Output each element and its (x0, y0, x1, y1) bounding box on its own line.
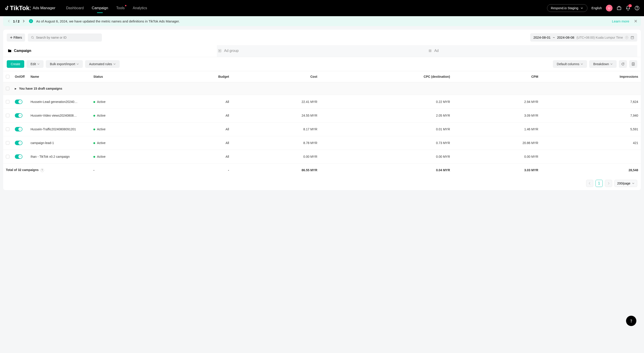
logo: TikTok: Ads Manager (4, 5, 56, 12)
row-toggle[interactable] (15, 113, 22, 118)
bell-icon[interactable]: 1 (626, 6, 630, 11)
row-name[interactable]: campaign-lead-1 (28, 136, 91, 150)
date-start: 2024-08-01 (533, 36, 550, 39)
banner-prev[interactable] (7, 19, 11, 23)
language-select[interactable]: English (592, 6, 602, 10)
row-status: Active (91, 109, 164, 122)
col-impressions: Impressions (541, 71, 641, 82)
row-cost: 8.78 MYR (232, 136, 320, 150)
notif-badge: 1 (628, 4, 632, 7)
row-budget: All (164, 122, 232, 136)
nav-dashboard[interactable]: Dashboard (62, 0, 88, 16)
row-checkbox[interactable] (6, 87, 10, 90)
search-input[interactable] (36, 36, 99, 39)
svg-rect-6 (219, 50, 220, 52)
banner-position: 1 / 2 (13, 19, 20, 23)
nav-campaign[interactable]: Campaign (88, 0, 112, 16)
table-row: Hussein-Video views20240808… Active All … (3, 109, 641, 122)
row-name[interactable]: Hussein-Video views20240808… (28, 109, 91, 122)
nav-tools-badge (125, 5, 126, 6)
row-cpc: 0.00 MYR (320, 150, 453, 164)
columns-button[interactable]: Default columns (553, 60, 587, 68)
page-current[interactable]: 1 (596, 180, 603, 187)
select-all-checkbox[interactable] (6, 75, 10, 78)
row-checkbox[interactable] (6, 155, 10, 158)
tab-ad[interactable]: Ad (427, 45, 637, 57)
tab-campaign[interactable]: Campaign (7, 45, 217, 57)
level-tabs: Campaign Ad group Ad (3, 45, 641, 57)
create-button[interactable]: Create (7, 60, 24, 68)
nav-analytics[interactable]: Analytics (128, 0, 151, 16)
row-checkbox[interactable] (6, 127, 10, 131)
banner-close[interactable] (634, 20, 637, 23)
row-cost: 8.17 MYR (232, 122, 320, 136)
header-right: Respond.io Staging English U 1 (547, 4, 640, 12)
search-wrap (28, 34, 102, 42)
chevron-down-icon (76, 63, 79, 65)
export-button[interactable] (629, 60, 637, 68)
draft-campaigns-row[interactable]: ▸ You have 15 draft campaigns (3, 82, 641, 95)
col-budget: Budget (164, 71, 232, 82)
row-toggle[interactable] (15, 100, 22, 104)
row-cpc: 0.22 MYR (320, 95, 453, 109)
timezone-label: (UTC+08:00) Kuala Lumpur Time (576, 36, 623, 39)
page-size-select[interactable]: 200/page (614, 180, 637, 187)
notification-banner: 1 / 2 i As of August 6, 2024, we have up… (3, 16, 641, 26)
row-budget: All (164, 136, 232, 150)
tiktok-icon (4, 6, 10, 11)
page-prev[interactable] (586, 180, 593, 187)
row-checkbox[interactable] (6, 114, 10, 117)
row-impressions (541, 150, 641, 164)
row-cpc: 2.05 MYR (320, 109, 453, 122)
row-name[interactable]: Ihan - TikTok v0.2 campaign (28, 150, 91, 164)
briefcase-icon[interactable] (616, 6, 622, 11)
row-toggle[interactable] (15, 127, 22, 131)
col-name: Name (28, 71, 91, 82)
row-status: Active (91, 136, 164, 150)
tab-adgroup[interactable]: Ad group (217, 45, 427, 57)
main-nav: Dashboard Campaign Tools Analytics (62, 0, 151, 16)
row-toggle[interactable] (15, 141, 22, 145)
filters-button[interactable]: Filters (7, 34, 25, 42)
banner-learn-more[interactable]: Learn more (612, 19, 629, 23)
row-status: Active (91, 150, 164, 164)
banner-text: As of August 6, 2024, we have updated th… (36, 19, 609, 23)
info-icon: i (29, 19, 33, 23)
folder-icon (8, 49, 12, 53)
table-row: campaign-lead-1 Active All 8.78 MYR 0.73… (3, 136, 641, 150)
row-checkbox[interactable] (6, 100, 10, 104)
brand-text: TikTok: (4, 5, 31, 12)
nav-tools[interactable]: Tools (112, 0, 128, 16)
col-status: Status (91, 71, 164, 82)
date-range-picker[interactable]: 2024-08-01 ~ 2024-08-08 (UTC+08:00) Kual… (530, 33, 637, 42)
refresh-button[interactable] (619, 60, 627, 68)
row-status: Active (91, 122, 164, 136)
top-header: TikTok: Ads Manager Dashboard Campaign T… (0, 0, 644, 16)
banner-next[interactable] (21, 19, 26, 23)
help-icon[interactable] (634, 6, 640, 11)
breakdown-button[interactable]: Breakdown (589, 60, 616, 68)
col-cost: Cost (232, 71, 320, 82)
automated-rules-button[interactable]: Automated rules (85, 60, 120, 68)
col-cpm: CPM (453, 71, 541, 82)
row-cpm: 3.09 MYR (453, 109, 541, 122)
row-checkbox[interactable] (6, 141, 10, 145)
row-cpm: 20.86 MYR (453, 136, 541, 150)
row-status: Active (91, 95, 164, 109)
row-name[interactable]: Hussein-Lead generation20240… (28, 95, 91, 109)
row-name[interactable]: Hussein-Traffic20240808091201 (28, 122, 91, 136)
row-budget: All (164, 109, 232, 122)
account-select[interactable]: Respond.io Staging (547, 4, 588, 12)
chevron-down-icon (37, 63, 40, 65)
row-impressions: 7,940 (541, 109, 641, 122)
row-impressions: 5,591 (541, 122, 641, 136)
date-end: 2024-08-08 (557, 36, 574, 39)
row-cost: 22.41 MYR (232, 95, 320, 109)
refresh-icon (621, 62, 625, 66)
edit-button[interactable]: Edit (26, 60, 44, 68)
page-next[interactable] (605, 180, 612, 187)
row-toggle[interactable] (15, 154, 22, 159)
bulk-export-button[interactable]: Bulk export/import (46, 60, 83, 68)
expand-caret-icon[interactable]: ▸ (15, 87, 16, 90)
avatar[interactable]: U (606, 5, 612, 12)
